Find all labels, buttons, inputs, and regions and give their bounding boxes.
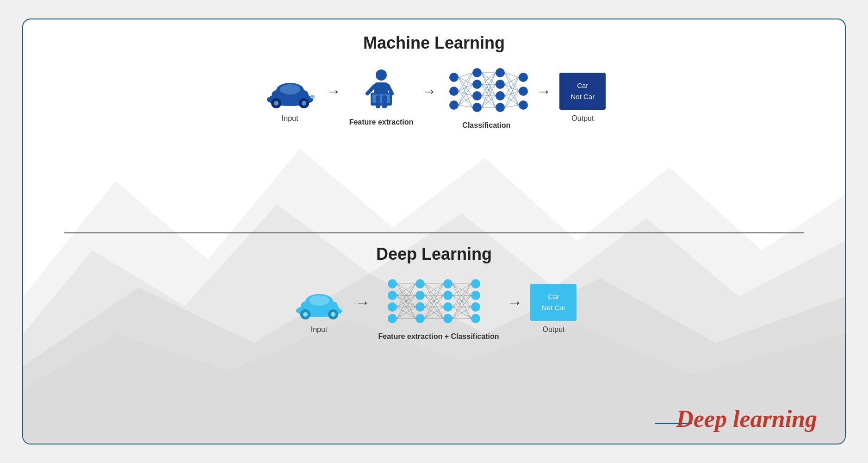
svg-point-84 [388, 279, 397, 288]
svg-point-25 [472, 80, 482, 89]
ml-output-line1: Car [577, 80, 588, 91]
svg-point-96 [471, 279, 480, 288]
dl-arrow-2: → [507, 294, 522, 311]
svg-line-63 [505, 73, 519, 77]
ml-classification-item: Classification [445, 66, 528, 130]
svg-rect-18 [382, 95, 387, 108]
ml-feature-label: Feature extraction [349, 118, 414, 126]
svg-point-10 [274, 101, 279, 106]
dl-feature-class-label: Feature extraction + Classification [378, 332, 499, 341]
svg-point-93 [443, 291, 453, 300]
dl-output-line2: Not Car [542, 302, 566, 313]
dl-car-icon [291, 284, 347, 321]
dl-input-item: Input [291, 284, 347, 334]
ml-output-label: Output [571, 114, 594, 123]
svg-point-98 [471, 302, 480, 312]
watermark-text: Deep learning [676, 405, 817, 432]
svg-point-23 [449, 100, 459, 110]
dl-title: Deep Learning [376, 244, 492, 264]
svg-point-97 [471, 291, 480, 300]
svg-line-68 [505, 84, 519, 105]
ml-arrow-2: → [422, 83, 436, 100]
svg-point-7 [280, 84, 300, 94]
svg-line-69 [505, 77, 519, 96]
svg-point-27 [472, 103, 482, 112]
svg-point-29 [496, 80, 505, 89]
svg-point-12 [310, 95, 315, 99]
svg-point-13 [376, 69, 387, 81]
svg-point-99 [471, 314, 480, 323]
svg-point-92 [443, 279, 453, 288]
svg-line-35 [459, 73, 472, 77]
ml-input-item: Input [262, 73, 318, 123]
svg-line-44 [459, 84, 472, 105]
svg-rect-17 [376, 95, 380, 108]
svg-point-21 [449, 73, 459, 82]
dl-output-line1: Car [548, 291, 559, 302]
svg-point-26 [472, 91, 482, 100]
svg-point-33 [519, 87, 528, 96]
svg-line-36 [459, 77, 472, 84]
dl-output-box: Car Not Car [530, 284, 577, 321]
ml-output-line2: Not Car [571, 91, 595, 102]
svg-point-31 [496, 103, 505, 112]
ml-output-item: Car Not Car Output [559, 73, 606, 123]
ml-arrow-1: → [326, 83, 341, 100]
machine-learning-section: Machine Learning [23, 19, 845, 232]
svg-point-28 [496, 68, 505, 77]
content-area: Machine Learning [23, 19, 845, 444]
svg-rect-16 [372, 94, 390, 103]
svg-point-22 [449, 87, 459, 96]
svg-line-46 [459, 105, 472, 107]
dl-flow-row: Input → [291, 277, 577, 341]
svg-point-87 [388, 314, 397, 323]
ml-output-box: Car Not Car [559, 73, 606, 110]
svg-point-95 [443, 314, 453, 323]
svg-line-37 [459, 77, 472, 96]
svg-point-89 [415, 291, 425, 300]
svg-point-91 [415, 314, 425, 323]
dl-nn-icon [383, 277, 494, 328]
svg-point-85 [388, 291, 397, 300]
svg-line-20 [388, 86, 392, 94]
ml-feature-item: Feature extraction [349, 69, 414, 126]
dl-output-label: Output [542, 325, 564, 334]
svg-point-24 [472, 68, 482, 77]
svg-line-66 [505, 77, 519, 84]
svg-point-82 [331, 312, 335, 317]
svg-point-86 [388, 302, 397, 312]
ml-arrow-3: → [536, 83, 551, 100]
svg-point-32 [519, 73, 528, 82]
svg-point-81 [303, 312, 308, 317]
svg-line-74 [505, 105, 519, 107]
svg-point-90 [415, 302, 425, 312]
ml-flow-row: Input → [262, 66, 606, 130]
svg-line-19 [367, 86, 374, 94]
ml-car-icon [262, 73, 318, 110]
dl-input-label: Input [311, 325, 328, 334]
dl-output-item: Car Not Car Output [530, 284, 577, 334]
ml-classification-label: Classification [462, 121, 510, 130]
ml-person-icon [360, 69, 402, 113]
svg-point-94 [443, 302, 453, 312]
main-container: Machine Learning [22, 19, 846, 444]
svg-point-30 [496, 91, 505, 100]
ml-input-label: Input [282, 114, 298, 123]
svg-point-88 [415, 279, 425, 288]
svg-point-11 [302, 101, 306, 106]
svg-point-83 [339, 306, 344, 310]
ml-title: Machine Learning [363, 33, 505, 53]
dl-arrow-1: → [355, 294, 370, 311]
dl-feature-class-item: Feature extraction + Classification [378, 277, 499, 341]
svg-point-78 [309, 295, 329, 306]
svg-point-34 [519, 100, 528, 110]
ml-nn-icon [445, 66, 528, 117]
